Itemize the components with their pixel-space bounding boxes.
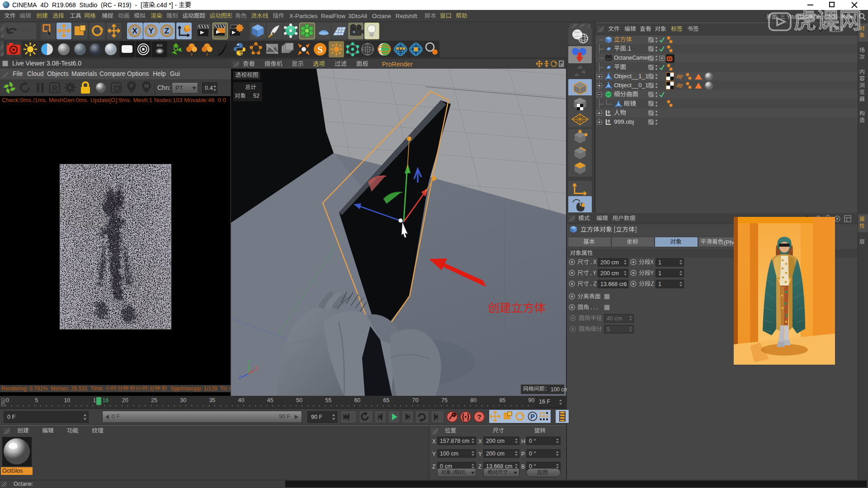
svg-text:?: ? (477, 413, 481, 421)
svg-text:IES: IES (157, 43, 163, 47)
svg-text:Z: Z (165, 27, 169, 35)
svg-text:0: 0 (608, 119, 610, 123)
svg-text:0: 0 (608, 110, 610, 114)
svg-text:Z: Z (239, 375, 241, 380)
svg-text:M: M (144, 83, 148, 89)
svg-text:X: X (132, 27, 137, 35)
svg-text:R: R (52, 84, 57, 92)
svg-text:X: X (255, 366, 258, 371)
svg-text:Y: Y (148, 27, 154, 35)
svg-text:S: S (317, 44, 323, 55)
svg-text:P: P (530, 413, 534, 420)
svg-text:F: F (130, 83, 133, 89)
svg-text:Y: Y (248, 360, 251, 365)
